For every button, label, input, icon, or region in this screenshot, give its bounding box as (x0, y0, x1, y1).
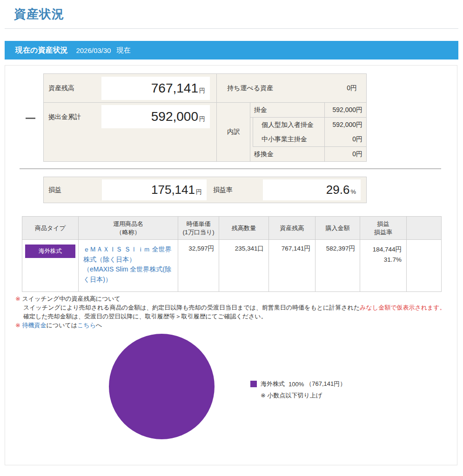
section-divider (20, 168, 441, 169)
standby-end-text: へ (96, 322, 102, 329)
kojin-label: 個人型加入者掛金 (253, 118, 324, 132)
product-name-link[interactable]: ｅＭＡＸＩＳ Ｓｌｉｍ 全世界株式（除く日本） （eMAXIS Slim 全世界… (83, 245, 172, 283)
summary-table: 資産残高 767,141 円 拠出金累計 592,000 円 持ち運べる資産 (43, 73, 367, 162)
asset-balance-unit: 円 (199, 86, 205, 95)
profit-loss-rate-unit: % (350, 188, 356, 195)
breakdown-row-kojin: 個人型加入者掛金 592,000円 (253, 118, 366, 132)
legend-label: 海外株式 (261, 380, 285, 388)
note-body1-normal: スイッチングにより売却される商品の金額は、約定日以降も売却の受渡日当日までは、前… (23, 304, 360, 311)
profit-loss-rate-label: 損益率 (213, 186, 233, 194)
note-body1-red: みなし金額で仮表示されます。 (360, 304, 445, 311)
header-product-type: 商品タイプ (22, 217, 79, 240)
asset-balance-label: 資産残高 (48, 84, 74, 93)
standby-mid-text: については (47, 322, 78, 329)
legend-percent: 100% (289, 381, 304, 388)
quantity-cell: 235,341口 (219, 240, 269, 292)
profit-loss-value-box: 175,141 円 (102, 179, 207, 200)
products-header-row: 商品タイプ 運用商品名 （略称） 時価単価 (1万口当り) 残高数量 資産残高 … (22, 217, 442, 240)
section-date-suffix: 現在 (116, 46, 130, 55)
note-body2: 確定した売却金額は、受渡日の翌日以降に、取引履歴等＞取引履歴にてご確認ください。 (23, 313, 267, 320)
breakdown-nested-block: 個人型加入者掛金 592,000円 中小事業主掛金 0円 (253, 118, 366, 147)
note-marker-1: ※ (15, 295, 20, 302)
page-title: 資産状況 (14, 6, 64, 22)
title-divider (5, 28, 458, 29)
breakdown-row-chusho: 中小事業主掛金 0円 (253, 132, 366, 146)
ikan-label: 移換金 (250, 147, 324, 161)
breakdown-row-kakekin: 掛金 592,000円 (250, 103, 366, 118)
header-pl: 損益 損益率 (360, 217, 407, 240)
product-type-badge: 海外株式 (25, 245, 75, 258)
breakdown-rows: 掛金 592,000円 個人型加入者掛金 592,000円 中小事業主掛金 0円 (250, 103, 366, 161)
profit-loss-value: 175,141 (151, 179, 195, 200)
products-table: 商品タイプ 運用商品名 （略称） 時価単価 (1万口当り) 残高数量 資産残高 … (22, 216, 442, 292)
unit-price-cell: 32,597円 (178, 240, 219, 292)
note-body-line-2: 確定した売却金額は、受渡日の翌日以降に、取引履歴等＞取引履歴にてご確認ください。 (15, 312, 446, 321)
section-header-bar: 現在の資産状況 2026/03/30 現在 (5, 41, 458, 60)
pl-rate: 31.7% (360, 255, 402, 265)
contribution-total-row: 拠出金累計 592,000 円 (44, 103, 216, 161)
kakekin-label: 掛金 (250, 103, 324, 117)
empty-cell (407, 240, 442, 292)
chusho-value: 0円 (324, 132, 366, 146)
breakdown-label: 内訳 (227, 128, 240, 136)
legend-amount: （767,141円） (306, 380, 346, 388)
breakdown-section: 内訳 掛金 592,000円 個人型加入者掛金 592,000円 (217, 103, 366, 161)
chusho-label: 中小事業主掛金 (253, 132, 324, 146)
contribution-total-unit: 円 (199, 115, 205, 123)
profit-loss-label: 損益 (48, 186, 61, 194)
note-body-line-1: スイッチングにより売却される商品の金額は、約定日以降も売却の受渡日当日までは、前… (15, 303, 446, 312)
header-purchase-amount: 購入金額 (315, 217, 360, 240)
portable-asset-row: 持ち運べる資産 0円 (217, 74, 366, 103)
note-heading: スイッチング中の資産残高について (22, 295, 121, 302)
header-quantity: 残高数量 (219, 217, 269, 240)
note-heading-line: ※ スイッチング中の資産残高について (15, 294, 446, 303)
summary-left-block: 資産残高 767,141 円 拠出金累計 592,000 円 (44, 74, 217, 161)
product-row: 海外株式 ｅＭＡＸＩＳ Ｓｌｉｍ 全世界株式（除く日本） （eMAXIS Sli… (22, 240, 442, 292)
pl-amount: 184,744円 (360, 245, 402, 255)
breakdown-row-ikan: 移換金 0円 (250, 147, 366, 161)
asset-status-page: 資産状況 現在の資産状況 2026/03/30 現在 資産残高 767,141 … (0, 0, 463, 476)
portable-asset-value: 0円 (347, 84, 357, 93)
kakekin-value: 592,000円 (324, 103, 366, 117)
purchase-amount-cell: 582,397円 (315, 240, 360, 292)
asset-balance-row: 資産残高 767,141 円 (44, 74, 216, 103)
asset-balance-value: 767,141 (151, 77, 198, 100)
note-marker-2: ※ (15, 322, 20, 329)
notes-section: ※ スイッチング中の資産残高について スイッチングにより売却される商品の金額は、… (15, 294, 446, 330)
profit-loss-unit: 円 (196, 188, 202, 196)
contribution-total-label: 拠出金累計 (48, 113, 81, 121)
header-asset-balance: 資産残高 (269, 217, 315, 240)
contribution-total-value-box: 592,000 円 (101, 105, 210, 128)
asset-balance-cell: 767,141円 (269, 240, 315, 292)
summary-right-block: 持ち運べる資産 0円 内訳 掛金 592,000円 個人型 (217, 74, 366, 161)
product-type-cell: 海外株式 (22, 240, 79, 292)
pl-cell: 184,744円 31.7% (360, 240, 407, 292)
header-product-name: 運用商品名 （略称） (79, 217, 178, 240)
product-name-cell: ｅＭＡＸＩＳ Ｓｌｉｍ 全世界株式（除く日本） （eMAXIS Slim 全世界… (79, 240, 178, 292)
section-date: 2026/03/30 (76, 46, 111, 54)
legend-entry: 海外株式 100% （767,141円） (250, 380, 346, 388)
breakdown-label-cell: 内訳 (217, 103, 250, 161)
kojin-value: 592,000円 (324, 118, 366, 132)
legend-note: ※ 小数点以下切り上げ (250, 391, 346, 400)
standby-funds-link[interactable]: 待機資金 (22, 322, 47, 329)
contribution-total-value: 592,000 (151, 105, 198, 128)
profit-loss-panel: 損益 175,141 円 損益率 29.6 % (43, 177, 367, 203)
minus-sign (26, 118, 35, 119)
content-panel: 資産残高 767,141 円 拠出金累計 592,000 円 持ち運べる資産 (5, 65, 457, 465)
legend-swatch-overseas-equity (250, 381, 257, 387)
asset-balance-value-box: 767,141 円 (101, 77, 210, 100)
pie-legend: 海外株式 100% （767,141円） ※ 小数点以下切り上げ (250, 380, 346, 400)
profit-loss-rate-value: 29.6 (326, 179, 350, 200)
profit-loss-rate-value-box: 29.6 % (263, 179, 361, 200)
header-empty (407, 217, 442, 240)
section-title: 現在の資産状況 (15, 46, 67, 55)
allocation-pie-chart (109, 334, 215, 439)
header-unit-price: 時価単価 (1万口当り) (178, 217, 219, 240)
portable-asset-label: 持ち運べる資産 (227, 84, 273, 93)
ikan-value: 0円 (324, 147, 366, 161)
note-standby-line: ※ 待機資金についてはこちらへ (15, 321, 446, 330)
standby-here-link[interactable]: こちら (77, 322, 96, 329)
